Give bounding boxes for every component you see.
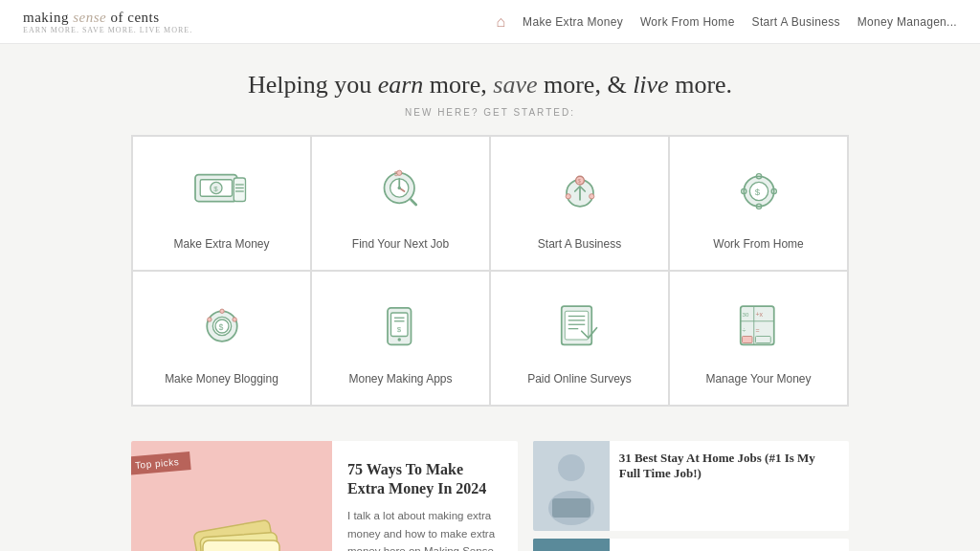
main-article-card: Top picks $100 75 Ways To Make Extra Mon… (131, 441, 518, 551)
svg-point-12 (397, 187, 401, 190)
article-title[interactable]: 75 Ways To Make Extra Money In 2024 (347, 460, 502, 500)
grid-item-paid-surveys[interactable]: Paid Online Surveys (491, 272, 668, 405)
grid-label-money-apps: Money Making Apps (348, 371, 452, 387)
site-header: making sense of cents earn more. save mo… (0, 0, 980, 44)
svg-rect-53 (742, 336, 752, 342)
grid-item-find-next-job[interactable]: $ Find Your Next Job (312, 137, 489, 270)
side-card-1[interactable]: 31 Best Stay At Home Jobs (#1 Is My Full… (533, 441, 849, 531)
side-cards: 31 Best Stay At Home Jobs (#1 Is My Full… (533, 441, 849, 551)
money-icon: $ (189, 158, 256, 225)
logo[interactable]: making sense of cents earn more. save mo… (23, 10, 192, 34)
job-icon: $ (368, 158, 434, 225)
main-nav: ⌂ Make Extra Money Work From Home Start … (497, 13, 958, 31)
side-card-content-2: 16 Best Alternatives... (610, 539, 849, 551)
hero-section: Helping you earn more, save more, & live… (0, 44, 980, 135)
grid-label-paid-surveys: Paid Online Surveys (527, 371, 632, 387)
svg-text:$: $ (218, 321, 223, 331)
grid-item-money-apps[interactable]: $ Money Making Apps (312, 272, 489, 405)
apps-icon: $ (368, 293, 434, 360)
headline-live: live (633, 71, 669, 99)
grid-label-start-business: Start A Business (538, 236, 621, 253)
svg-point-32 (232, 318, 235, 321)
svg-text:$: $ (754, 187, 760, 197)
svg-point-15 (396, 170, 401, 175)
svg-text:=: = (755, 327, 759, 334)
grid-item-work-from-home[interactable]: $ Work From Home (670, 137, 847, 270)
logo-italic: sense (73, 10, 106, 25)
headline-mid2: more, & (537, 71, 633, 99)
hero-subtitle: NEW HERE? GET STARTED: (19, 107, 961, 118)
article-image-container: Top picks $100 (131, 441, 332, 551)
grid-label-make-extra-money: Make Extra Money (173, 236, 269, 253)
headline-mid: more, (423, 71, 493, 99)
svg-point-33 (207, 318, 211, 321)
blog-icon: $ (189, 293, 256, 360)
svg-point-19 (566, 194, 570, 199)
home-work-icon: $ (725, 158, 792, 225)
hero-headline: Helping you earn more, save more, & live… (19, 71, 961, 99)
headline-save: save (493, 71, 537, 99)
category-grid: $ Make Extra Money $ Find Your Next Job (131, 135, 849, 407)
nav-start-a-business[interactable]: Start A Business (752, 15, 840, 29)
grid-label-manage-money: Manage Your Money (705, 371, 811, 387)
headline-end: more. (669, 71, 732, 99)
svg-text:+x: +x (755, 310, 763, 317)
article-content: 75 Ways To Make Extra Money In 2024 I ta… (332, 441, 518, 551)
svg-point-66 (558, 454, 585, 481)
headline-earn: earn (378, 71, 424, 99)
surveys-icon (546, 293, 613, 360)
svg-rect-68 (552, 498, 590, 518)
svg-point-39 (397, 338, 401, 342)
side-card-title-2[interactable]: 16 Best Alternatives... (619, 548, 839, 551)
home-icon[interactable]: ⌂ (497, 13, 506, 31)
grid-label-make-money-blogging: Make Money Blogging (165, 371, 278, 387)
svg-text:$: $ (213, 185, 218, 193)
svg-text:$: $ (577, 177, 581, 184)
svg-line-13 (411, 200, 415, 205)
bottom-articles: Top picks $100 75 Ways To Make Extra Mon… (112, 426, 868, 551)
svg-rect-69 (533, 539, 610, 551)
svg-rect-54 (755, 336, 770, 342)
side-card-2[interactable]: 16 Best Alternatives... (533, 539, 849, 551)
svg-text:$: $ (396, 325, 401, 334)
grid-item-manage-money[interactable]: 30 +x ÷ = Manage Your Money (670, 272, 847, 405)
grid-label-work-from-home: Work From Home (713, 236, 803, 253)
nav-work-from-home[interactable]: Work From Home (640, 15, 735, 29)
grid-item-make-money-blogging[interactable]: $ Make Money Blogging (133, 272, 310, 405)
grid-label-find-next-job: Find Your Next Job (352, 236, 449, 253)
side-card-title-1[interactable]: 31 Best Stay At Home Jobs (#1 Is My Full… (619, 451, 839, 483)
business-icon: $ (546, 158, 613, 225)
alternatives-image (533, 539, 610, 551)
top-picks-badge: Top picks (131, 452, 191, 475)
svg-text:÷: ÷ (742, 327, 746, 334)
logo-subtitle: earn more. save more. live more. (23, 26, 192, 34)
logo-title: making sense of cents (23, 10, 192, 26)
svg-rect-4 (234, 178, 245, 202)
nav-money-management[interactable]: Money Managen... (858, 15, 957, 29)
svg-point-20 (589, 194, 593, 199)
stay-home-jobs-image (533, 441, 610, 527)
svg-text:30: 30 (742, 310, 748, 317)
headline-start: Helping you (248, 71, 378, 99)
category-grid-section: $ Make Extra Money $ Find Your Next Job (112, 135, 868, 426)
grid-item-make-extra-money[interactable]: $ Make Extra Money (133, 137, 310, 270)
nav-make-extra-money[interactable]: Make Extra Money (523, 15, 623, 29)
manage-icon: 30 +x ÷ = (725, 293, 792, 360)
svg-point-31 (219, 309, 223, 313)
side-card-image-2 (533, 539, 610, 551)
side-card-content-1: 31 Best Stay At Home Jobs (#1 Is My Full… (610, 441, 849, 531)
article-excerpt: I talk a lot about making extra money an… (347, 507, 502, 551)
svg-rect-59 (203, 540, 279, 551)
grid-item-start-business[interactable]: $ Start A Business (491, 137, 668, 270)
money-illustration: $100 (131, 475, 332, 551)
side-card-image-1 (533, 441, 610, 531)
